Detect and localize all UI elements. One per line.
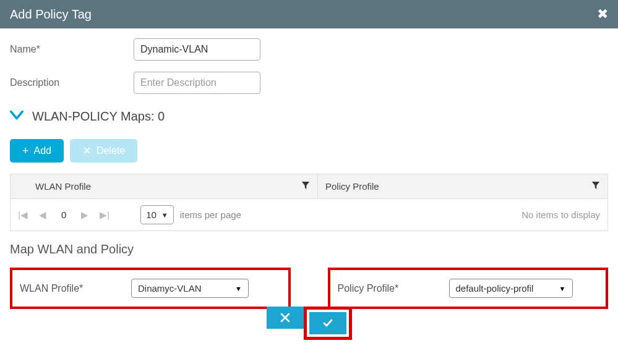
pager-controls: |◀ ◀ 0 ▶ ▶| bbox=[18, 210, 109, 221]
chevron-down-icon[interactable] bbox=[10, 110, 24, 123]
add-button-label: Add bbox=[34, 145, 51, 156]
dialog-title: Add Policy Tag bbox=[10, 7, 92, 22]
description-row: Description bbox=[10, 72, 608, 94]
caret-down-icon: ▼ bbox=[161, 211, 168, 219]
items-per-page-label: items per page bbox=[180, 210, 241, 220]
plus-icon: + bbox=[22, 145, 29, 156]
x-icon bbox=[280, 312, 291, 323]
page-size-control: 10 ▼ items per page bbox=[140, 205, 241, 224]
column-header-wlan-profile[interactable]: WLAN Profile bbox=[28, 174, 318, 198]
page-last-icon[interactable]: ▶| bbox=[100, 210, 109, 221]
confirm-map-button[interactable] bbox=[309, 312, 346, 334]
wlan-profile-box: WLAN Profile* Dinamyc-VLAN ▼ bbox=[10, 268, 291, 309]
page-first-icon[interactable]: |◀ bbox=[18, 210, 28, 221]
delete-button: ✕ Delete bbox=[70, 139, 137, 163]
check-icon bbox=[322, 318, 333, 329]
map-section-title: Map WLAN and Policy bbox=[10, 242, 608, 256]
column-header-policy-profile[interactable]: Policy Profile bbox=[318, 174, 607, 198]
checkbox-column-header bbox=[11, 174, 28, 198]
filter-icon[interactable] bbox=[301, 180, 310, 192]
dialog-content: Name* Description WLAN-POLICY Maps: 0 + … bbox=[0, 28, 618, 350]
policy-profile-select[interactable]: default-policy-profil ▼ bbox=[449, 279, 573, 298]
page-number: 0 bbox=[61, 210, 66, 220]
page-prev-icon[interactable]: ◀ bbox=[39, 210, 46, 221]
policy-profile-value: default-policy-profil bbox=[456, 283, 534, 294]
cancel-map-button[interactable] bbox=[267, 307, 304, 329]
column-header-policy-profile-label: Policy Profile bbox=[325, 181, 379, 192]
page-next-icon[interactable]: ▶ bbox=[81, 210, 88, 221]
caret-down-icon: ▼ bbox=[559, 285, 566, 292]
x-icon: ✕ bbox=[82, 145, 92, 156]
wlan-profile-select[interactable]: Dinamyc-VLAN ▼ bbox=[131, 279, 249, 298]
column-header-wlan-profile-label: WLAN Profile bbox=[35, 181, 91, 192]
policy-profile-label: Policy Profile* bbox=[338, 283, 449, 294]
name-label: Name* bbox=[10, 44, 134, 55]
page-size-select[interactable]: 10 ▼ bbox=[140, 205, 174, 224]
delete-button-label: Delete bbox=[97, 145, 125, 156]
section-title-text: WLAN-POLICY Maps: bbox=[32, 109, 158, 123]
section-count: 0 bbox=[158, 109, 165, 123]
maps-table: WLAN Profile Policy Profile |◀ ◀ 0 ▶ ▶| bbox=[10, 174, 608, 231]
name-row: Name* bbox=[10, 38, 608, 61]
description-label: Description bbox=[10, 77, 134, 88]
wlan-profile-value: Dinamyc-VLAN bbox=[138, 283, 202, 294]
map-row: WLAN Profile* Dinamyc-VLAN ▼ Policy Prof… bbox=[10, 268, 608, 309]
map-action-row bbox=[10, 307, 608, 340]
button-row: + Add ✕ Delete bbox=[10, 139, 608, 163]
section-toggle[interactable]: WLAN-POLICY Maps: 0 bbox=[10, 109, 608, 124]
close-icon[interactable]: ✖ bbox=[597, 6, 608, 22]
dialog-header: Add Policy Tag ✖ bbox=[0, 0, 618, 28]
table-head: WLAN Profile Policy Profile bbox=[11, 174, 607, 199]
pager-row: |◀ ◀ 0 ▶ ▶| 10 ▼ items per page No items… bbox=[11, 199, 607, 231]
page-size-value: 10 bbox=[146, 210, 157, 220]
name-input[interactable] bbox=[134, 38, 260, 61]
filter-icon[interactable] bbox=[591, 180, 600, 192]
add-button[interactable]: + Add bbox=[10, 139, 64, 163]
confirm-highlight bbox=[304, 307, 352, 340]
caret-down-icon: ▼ bbox=[235, 285, 242, 292]
no-items-label: No items to display bbox=[521, 210, 600, 220]
wlan-profile-label: WLAN Profile* bbox=[20, 283, 131, 294]
description-input[interactable] bbox=[134, 72, 260, 94]
policy-profile-box: Policy Profile* default-policy-profil ▼ bbox=[328, 268, 609, 309]
section-title: WLAN-POLICY Maps: 0 bbox=[32, 109, 165, 124]
